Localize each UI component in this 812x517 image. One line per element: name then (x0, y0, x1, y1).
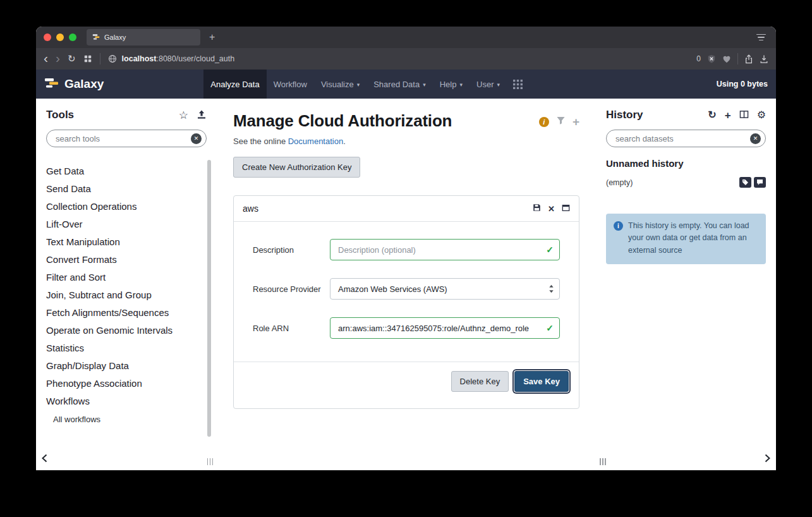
tab-title: Galaxy (104, 33, 126, 41)
all-workflows-link[interactable]: All workflows (46, 410, 207, 429)
tools-search-input[interactable] (54, 133, 191, 144)
storage-usage[interactable]: Using 0 bytes (717, 80, 768, 88)
window-controls (44, 33, 76, 41)
reload-button[interactable]: ↻ (68, 53, 76, 64)
tool-section-statistics[interactable]: Statistics (46, 339, 207, 357)
description-input[interactable] (330, 239, 560, 260)
download-icon[interactable] (760, 54, 768, 64)
tools-search: ✕ (46, 130, 207, 147)
history-size-row: (empty) (606, 177, 766, 188)
card-body: Description ✓ Resource Provider Amazon W… (234, 222, 579, 358)
galaxy-favicon (92, 32, 100, 43)
maximize-icon[interactable] (562, 203, 570, 214)
valid-check-icon: ✓ (546, 323, 554, 333)
multi-history-icon[interactable] (739, 110, 749, 121)
tool-section-lift-over[interactable]: Lift-Over (46, 216, 207, 233)
tool-section-phenotype-association[interactable]: Phenotype Association (46, 375, 207, 392)
address-bar-actions: 0 (696, 53, 768, 64)
tiles-icon[interactable] (83, 54, 92, 63)
nav-visualize[interactable]: Visualize▾ (314, 70, 367, 99)
galaxy-masthead: Galaxy Analyze Data Workflow Visualize▾ … (36, 70, 776, 99)
shield-icon[interactable] (707, 54, 716, 63)
list-all-tabs-icon[interactable] (756, 34, 768, 41)
minimize-window-button[interactable] (56, 33, 64, 41)
clear-search-icon[interactable]: ✕ (750, 133, 761, 144)
tool-section-send-data[interactable]: Send Data (46, 180, 207, 198)
forward-button[interactable]: › (56, 51, 60, 64)
galaxy-brand[interactable]: Galaxy (44, 76, 104, 92)
url-text: localhost:8080/user/cloud_auth (122, 54, 235, 63)
panel-resize-grip[interactable] (207, 458, 214, 465)
browser-address-bar: ‹ › ↻ localhost:8080/user/cloud_auth 0 (36, 48, 776, 70)
favorites-star-icon[interactable]: ☆ (179, 110, 188, 121)
tool-section-fetch-alignments[interactable]: Fetch Alignments/Sequences (46, 304, 207, 322)
browser-tab-bar: Galaxy + (36, 27, 776, 48)
alert-text: This history is empty. You can load your… (628, 220, 758, 257)
tools-scrollbar[interactable] (207, 160, 211, 437)
tool-section-graph-display[interactable]: Graph/Display Data (46, 357, 207, 375)
nav-shared-data[interactable]: Shared Data▾ (367, 70, 433, 99)
clear-search-icon[interactable]: ✕ (191, 133, 202, 144)
expand-panel-icon[interactable] (764, 454, 771, 465)
zoom-window-button[interactable] (69, 33, 76, 41)
new-tab-button[interactable]: + (209, 32, 215, 42)
app-content: Tools ☆ ✕ Get Data Send Data Collection … (36, 99, 776, 470)
card-title: aws (243, 204, 258, 214)
tool-section-convert-formats[interactable]: Convert Formats (46, 251, 207, 269)
history-search-input[interactable] (614, 133, 750, 144)
role-arn-row: Role ARN ✓ (253, 317, 560, 339)
refresh-icon[interactable]: ↻ (708, 110, 716, 120)
documentation-link[interactable]: Documentation (288, 137, 343, 146)
delete-key-button[interactable]: Delete Key (451, 371, 509, 392)
close-window-button[interactable] (44, 33, 51, 41)
info-circle-icon[interactable]: i (539, 117, 549, 127)
annotation-icon[interactable] (754, 177, 766, 188)
history-title: History (606, 109, 643, 121)
nav-analyze-data[interactable]: Analyze Data (203, 70, 266, 99)
history-name[interactable]: Unnamed history (606, 158, 766, 169)
browser-window: Galaxy + ‹ › ↻ localhost:8080/user/cloud… (36, 27, 776, 470)
add-icon[interactable]: + (573, 116, 579, 128)
gear-icon[interactable]: ⚙ (757, 110, 766, 120)
tags-icon[interactable] (739, 177, 751, 188)
create-authorization-key-button[interactable]: Create New Authorization Key (233, 157, 360, 178)
role-arn-input[interactable] (330, 317, 560, 339)
close-icon[interactable]: ✕ (548, 205, 555, 213)
back-button[interactable]: ‹ (44, 51, 48, 64)
page-title: Manage Cloud Authorization (233, 111, 452, 131)
tool-section-genomic-intervals[interactable]: Operate on Genomic Intervals (46, 322, 207, 339)
tool-list: Get Data Send Data Collection Operations… (46, 162, 207, 429)
history-search: ✕ (606, 130, 766, 147)
grid-apps-icon[interactable] (507, 70, 529, 99)
tool-section-collection-operations[interactable]: Collection Operations (46, 198, 207, 216)
save-key-button[interactable]: Save Key (514, 371, 569, 392)
tool-section-get-data[interactable]: Get Data (46, 162, 207, 180)
card-header: aws ✕ (234, 196, 579, 222)
url-field[interactable]: localhost:8080/user/cloud_auth (108, 54, 689, 63)
resource-provider-select[interactable]: Amazon Web Services (AWS) (330, 278, 560, 300)
new-history-icon[interactable]: + (725, 110, 731, 121)
nav-user[interactable]: User▾ (470, 70, 507, 99)
tool-section-text-manipulation[interactable]: Text Manipulation (46, 233, 207, 251)
nav-workflow[interactable]: Workflow (267, 70, 314, 99)
info-circle-icon: i (614, 221, 623, 231)
panel-resize-grip[interactable] (600, 458, 606, 465)
role-arn-label: Role ARN (253, 324, 330, 333)
heart-icon[interactable] (722, 55, 731, 63)
nav-help[interactable]: Help▾ (433, 70, 470, 99)
url-host: localhost (122, 54, 157, 63)
valid-check-icon: ✓ (546, 245, 554, 255)
share-icon[interactable] (744, 54, 753, 64)
resource-provider-label: Resource Provider (253, 284, 330, 294)
blocked-count: 0 (696, 54, 701, 63)
browser-tab[interactable]: Galaxy (87, 29, 200, 46)
tool-section-workflows[interactable]: Workflows (46, 392, 207, 410)
tool-section-join-subtract-group[interactable]: Join, Subtract and Group (46, 286, 207, 304)
resource-provider-row: Resource Provider Amazon Web Services (A… (253, 278, 560, 300)
filter-icon[interactable] (556, 116, 566, 128)
tool-section-filter-and-sort[interactable]: Filter and Sort (46, 269, 207, 286)
collapse-panel-icon[interactable] (41, 454, 48, 465)
save-icon[interactable] (533, 203, 541, 214)
card-footer: Delete Key Save Key (234, 362, 579, 408)
upload-icon[interactable] (197, 109, 207, 121)
